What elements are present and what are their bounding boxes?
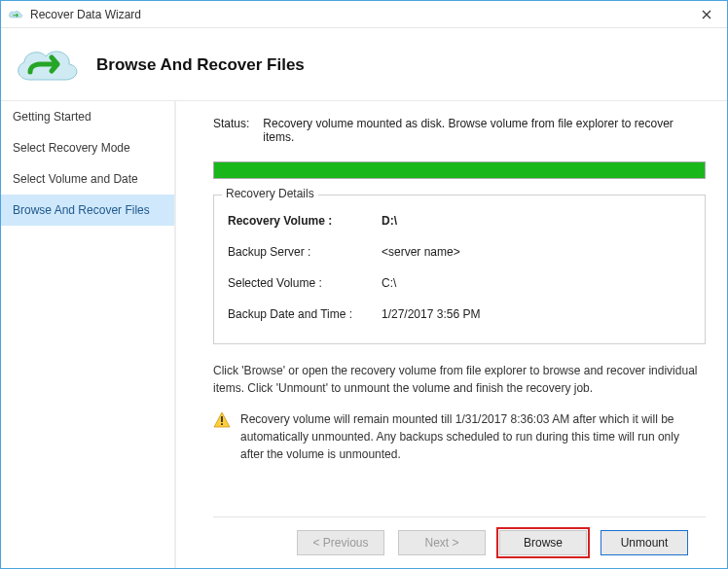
titlebar: Recover Data Wizard xyxy=(1,1,727,28)
page-title: Browse And Recover Files xyxy=(96,55,305,75)
detail-backup-server: Backup Server : <server name> xyxy=(228,236,691,267)
wizard-steps-sidebar: Getting Started Select Recovery Mode Sel… xyxy=(1,101,176,568)
status-label: Status: xyxy=(213,117,249,144)
unmount-button[interactable]: Unmount xyxy=(601,530,688,555)
cloud-logo-icon xyxy=(11,43,79,88)
svg-rect-1 xyxy=(221,423,223,425)
detail-key: Backup Date and Time : xyxy=(228,307,364,321)
detail-recovery-volume: Recovery Volume : D:\ xyxy=(228,205,691,236)
detail-value: C:\ xyxy=(382,276,396,290)
progress-bar xyxy=(213,161,706,179)
sidebar-item-getting-started[interactable]: Getting Started xyxy=(1,101,174,132)
detail-backup-datetime: Backup Date and Time : 1/27/2017 3:56 PM xyxy=(228,299,691,330)
warning-icon xyxy=(213,411,231,429)
status-row: Status: Recovery volume mounted as disk.… xyxy=(213,117,706,144)
sidebar-item-select-recovery-mode[interactable]: Select Recovery Mode xyxy=(1,132,174,163)
button-bar: < Previous Next > Browse Unmount xyxy=(213,516,706,568)
warning-row: Recovery volume will remain mounted till… xyxy=(213,410,706,463)
status-text: Recovery volume mounted as disk. Browse … xyxy=(263,117,706,144)
recovery-details-group: Recovery Details Recovery Volume : D:\ B… xyxy=(213,195,706,344)
detail-value: <server name> xyxy=(382,245,460,259)
wizard-header: Browse And Recover Files xyxy=(1,28,727,100)
detail-value: D:\ xyxy=(382,214,397,228)
window-title: Recover Data Wizard xyxy=(30,8,692,21)
svg-rect-0 xyxy=(221,416,223,422)
instructions-text: Click 'Browse' or open the recovery volu… xyxy=(213,362,706,397)
detail-key: Selected Volume : xyxy=(228,276,364,290)
recovery-details-legend: Recovery Details xyxy=(222,187,318,200)
browse-button[interactable]: Browse xyxy=(499,530,587,555)
warning-text: Recovery volume will remain mounted till… xyxy=(240,410,706,463)
detail-key: Backup Server : xyxy=(228,245,364,259)
sidebar-item-select-volume-date[interactable]: Select Volume and Date xyxy=(1,163,174,195)
sidebar-item-browse-recover-files[interactable]: Browse And Recover Files xyxy=(1,195,174,226)
close-button[interactable] xyxy=(692,4,721,25)
detail-selected-volume: Selected Volume : C:\ xyxy=(228,267,691,299)
next-button[interactable]: Next > xyxy=(398,530,486,555)
detail-value: 1/27/2017 3:56 PM xyxy=(382,307,480,321)
cloud-icon xyxy=(7,8,24,21)
detail-key: Recovery Volume : xyxy=(228,214,364,228)
main-panel: Status: Recovery volume mounted as disk.… xyxy=(176,101,727,568)
previous-button[interactable]: < Previous xyxy=(297,530,384,555)
